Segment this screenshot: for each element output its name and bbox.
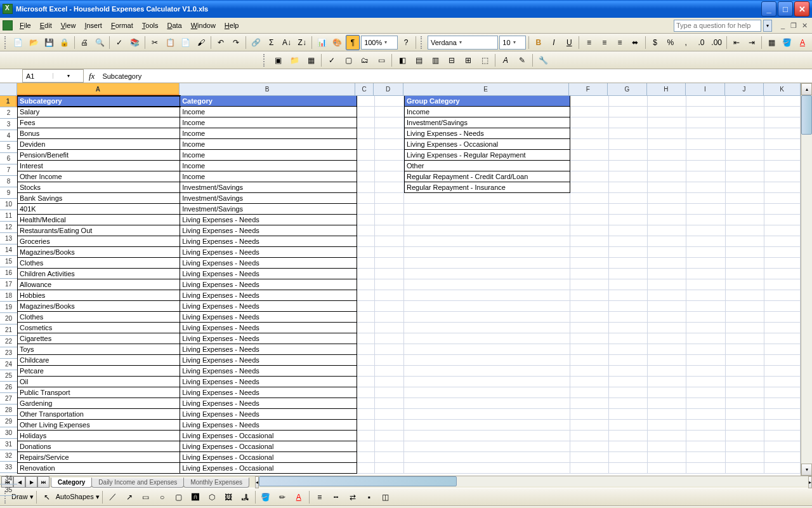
cell-G28[interactable]: [609, 387, 648, 398]
cell-F3[interactable]: [570, 117, 609, 128]
tb2-icon-11[interactable]: ⊟: [444, 53, 459, 68]
cell-A27[interactable]: Oil: [17, 377, 180, 387]
show-toolbar-icon[interactable]: ¶: [346, 35, 360, 50]
cell-I7[interactable]: [686, 161, 725, 171]
cell-B27[interactable]: Living Expenses - Needs: [180, 377, 357, 387]
cell-H29[interactable]: [648, 398, 686, 409]
cell-F5[interactable]: [570, 139, 609, 150]
cell-A17[interactable]: Children Activities: [17, 269, 180, 279]
cell-E17[interactable]: [404, 269, 570, 279]
cell-C17[interactable]: [357, 269, 375, 279]
cell-H31[interactable]: [648, 420, 686, 431]
cell-E4[interactable]: Living Expenses - Needs: [404, 128, 570, 139]
row-header-26[interactable]: 26: [0, 382, 17, 393]
row-header-15[interactable]: 15: [0, 256, 17, 267]
cell-G6[interactable]: [609, 150, 648, 161]
cell-G27[interactable]: [609, 377, 648, 387]
arrow-style-icon[interactable]: ⇄: [345, 490, 360, 505]
tb2-icon-2[interactable]: 📁: [287, 53, 302, 68]
cell-D11[interactable]: [375, 204, 404, 215]
row-header-20[interactable]: 20: [0, 313, 17, 324]
cell-I33[interactable]: [686, 441, 725, 452]
tb2-icon-12[interactable]: ⊞: [461, 53, 476, 68]
cell-A33[interactable]: Donations: [17, 441, 180, 452]
cell-G16[interactable]: [609, 258, 648, 269]
cell-C2[interactable]: [357, 107, 375, 117]
shadow-icon[interactable]: ▪: [362, 490, 377, 505]
cell-H12[interactable]: [648, 215, 686, 225]
cell-B7[interactable]: Income: [180, 161, 357, 171]
cell-E9[interactable]: Regular Repayment - Insurance: [404, 182, 570, 193]
cell-I19[interactable]: [686, 290, 725, 301]
name-box-dropdown-icon[interactable]: ▾: [53, 73, 83, 79]
cell-J13[interactable]: [726, 225, 764, 236]
row-header-10[interactable]: 10: [0, 199, 17, 210]
cell-J16[interactable]: [726, 258, 764, 269]
row-header-2[interactable]: 2: [0, 107, 17, 119]
tb2-icon-5[interactable]: ▢: [341, 53, 356, 68]
cell-B28[interactable]: Living Expenses - Needs: [180, 387, 357, 398]
cell-E26[interactable]: [404, 366, 570, 377]
cell-G20[interactable]: [609, 301, 648, 312]
cell-D8[interactable]: [375, 171, 404, 182]
cell-H18[interactable]: [648, 279, 686, 290]
cell-G25[interactable]: [609, 355, 648, 366]
cell-A14[interactable]: Groceries: [17, 236, 180, 247]
cell-B9[interactable]: Investment/Savings: [180, 182, 357, 193]
cell-A32[interactable]: Holidays: [17, 431, 180, 441]
font-size-combo[interactable]: 10▾: [499, 36, 525, 50]
row-header-24[interactable]: 24: [0, 359, 17, 370]
row-header-17[interactable]: 17: [0, 279, 17, 290]
cell-K16[interactable]: [764, 258, 801, 269]
cell-F15[interactable]: [570, 247, 609, 258]
cell-F25[interactable]: [570, 355, 609, 366]
cell-J31[interactable]: [726, 420, 764, 431]
redo-icon[interactable]: ↷: [229, 35, 243, 50]
cell-K32[interactable]: [764, 431, 801, 441]
cell-K23[interactable]: [764, 333, 801, 344]
cell-F9[interactable]: [570, 182, 609, 193]
cell-E24[interactable]: [404, 344, 570, 355]
name-box[interactable]: A1 ▾: [22, 69, 84, 83]
cell-E13[interactable]: [404, 225, 570, 236]
doc-restore-button[interactable]: ❐: [789, 21, 799, 30]
cell-C15[interactable]: [357, 247, 375, 258]
font-color-draw-icon[interactable]: A: [291, 490, 306, 505]
row-header-30[interactable]: 30: [0, 427, 17, 439]
cell-G17[interactable]: [609, 269, 648, 279]
tb2-icon-13[interactable]: ⬚: [477, 53, 492, 68]
minimize-button[interactable]: _: [761, 1, 776, 17]
cell-I35[interactable]: [686, 463, 725, 474]
cell-H35[interactable]: [648, 463, 686, 474]
cell-K7[interactable]: [764, 161, 801, 171]
paste-icon[interactable]: 📄: [178, 35, 192, 50]
cell-K24[interactable]: [764, 344, 801, 355]
column-header-B[interactable]: B: [180, 83, 355, 95]
cell-G30[interactable]: [609, 409, 648, 420]
cell-D20[interactable]: [375, 301, 404, 312]
cell-D28[interactable]: [375, 387, 404, 398]
cell-F6[interactable]: [570, 150, 609, 161]
tab-next-icon[interactable]: ▶: [25, 476, 37, 488]
comma-icon[interactable]: ,: [679, 35, 693, 50]
column-header-F[interactable]: F: [569, 83, 608, 95]
cell-J26[interactable]: [726, 366, 764, 377]
cell-A8[interactable]: Other Income: [17, 171, 180, 182]
cell-D16[interactable]: [375, 258, 404, 269]
3d-icon[interactable]: ◫: [378, 490, 393, 505]
cell-G13[interactable]: [609, 225, 648, 236]
cut-icon[interactable]: ✂: [148, 35, 162, 50]
cell-I17[interactable]: [686, 269, 725, 279]
column-header-K[interactable]: K: [764, 83, 801, 95]
cell-F17[interactable]: [570, 269, 609, 279]
cell-G4[interactable]: [609, 128, 648, 139]
cell-J8[interactable]: [726, 171, 764, 182]
cell-C32[interactable]: [357, 431, 375, 441]
autosum-icon[interactable]: Σ: [265, 35, 278, 50]
line-icon[interactable]: ／: [105, 490, 121, 505]
cell-G9[interactable]: [609, 182, 648, 193]
cell-G18[interactable]: [609, 279, 648, 290]
cell-H14[interactable]: [648, 236, 686, 247]
fill-color-icon[interactable]: 🪣: [780, 35, 794, 50]
picture-icon[interactable]: 🏞: [237, 490, 252, 505]
